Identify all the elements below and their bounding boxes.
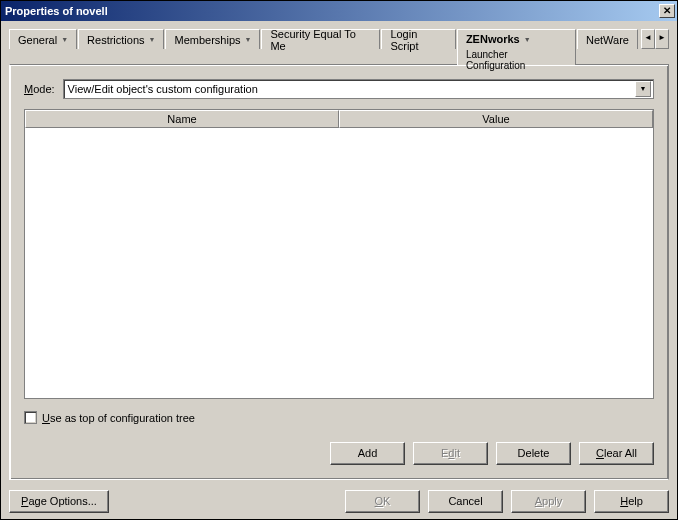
dialog-window: Properties of novell ✕ General ▼ Restric… xyxy=(0,0,678,520)
mode-select[interactable]: View/Edit object's custom configuration … xyxy=(63,79,654,99)
dropdown-button[interactable]: ▼ xyxy=(635,81,651,97)
checkbox-row: Use as top of configuration tree xyxy=(24,411,654,424)
tab-label: General xyxy=(18,34,57,46)
clear-all-button[interactable]: Clear All xyxy=(579,442,654,465)
tab-bar: General ▼ Restrictions ▼ Memberships ▼ S… xyxy=(9,29,669,65)
apply-button[interactable]: Apply xyxy=(511,490,586,513)
tab-general[interactable]: General ▼ xyxy=(9,29,77,49)
tab-zenworks[interactable]: ZENworks ▼ Launcher Configuration xyxy=(457,29,576,65)
checkbox-label: Use as top of configuration tree xyxy=(42,412,195,424)
dropdown-icon: ▼ xyxy=(245,36,252,43)
dropdown-icon: ▼ xyxy=(61,36,68,43)
tab-scroll: ◄ ► xyxy=(641,29,669,49)
page-options-button[interactable]: Page Options... xyxy=(9,490,109,513)
tab-label: Restrictions xyxy=(87,34,144,46)
mode-label: Mode: xyxy=(24,83,55,95)
tab-memberships[interactable]: Memberships ▼ xyxy=(165,29,260,49)
delete-button[interactable]: Delete xyxy=(496,442,571,465)
titlebar: Properties of novell ✕ xyxy=(1,1,677,21)
tab-security-equal[interactable]: Security Equal To Me xyxy=(261,29,380,49)
tab-sublabel: Launcher Configuration xyxy=(466,49,567,71)
tab-login-script[interactable]: Login Script xyxy=(381,29,456,49)
tab-restrictions[interactable]: Restrictions ▼ xyxy=(78,29,164,49)
dropdown-icon: ▼ xyxy=(149,36,156,43)
tab-scroll-left[interactable]: ◄ xyxy=(641,29,655,49)
add-button[interactable]: Add xyxy=(330,442,405,465)
column-value[interactable]: Value xyxy=(339,110,653,128)
window-title: Properties of novell xyxy=(5,5,659,17)
tab-label: Login Script xyxy=(390,28,447,52)
ok-button[interactable]: OK xyxy=(345,490,420,513)
config-table: Name Value xyxy=(24,109,654,399)
mode-value: View/Edit object's custom configuration xyxy=(68,83,258,95)
dropdown-icon: ▼ xyxy=(524,36,531,43)
table-header: Name Value xyxy=(25,110,653,128)
close-button[interactable]: ✕ xyxy=(659,4,675,18)
cancel-button[interactable]: Cancel xyxy=(428,490,503,513)
table-body[interactable] xyxy=(25,128,653,398)
tab-scroll-right[interactable]: ► xyxy=(655,29,669,49)
mode-row: Mode: View/Edit object's custom configur… xyxy=(24,79,654,99)
dialog-buttons: Page Options... OK Cancel Apply Help xyxy=(1,484,677,519)
tab-panel: Mode: View/Edit object's custom configur… xyxy=(9,64,669,480)
tab-label: Security Equal To Me xyxy=(270,28,371,52)
panel-buttons: Add Edit Delete Clear All xyxy=(24,442,654,465)
tab-label: NetWare xyxy=(586,34,629,46)
top-of-tree-checkbox[interactable] xyxy=(24,411,37,424)
content-area: General ▼ Restrictions ▼ Memberships ▼ S… xyxy=(1,21,677,484)
column-name[interactable]: Name xyxy=(25,110,339,128)
help-button[interactable]: Help xyxy=(594,490,669,513)
edit-button[interactable]: Edit xyxy=(413,442,488,465)
tab-label: ZENworks xyxy=(466,33,520,45)
tab-netware[interactable]: NetWare xyxy=(577,29,638,49)
tab-label: Memberships xyxy=(174,34,240,46)
